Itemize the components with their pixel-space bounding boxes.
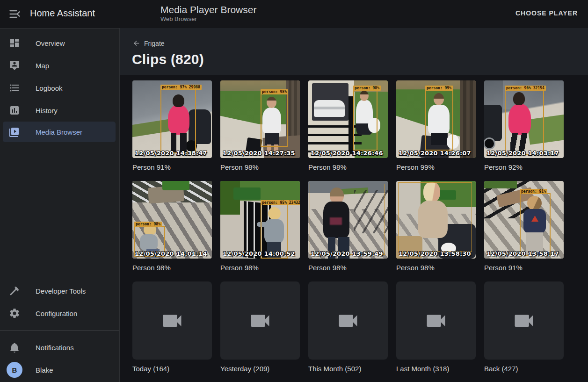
arrow-left-icon bbox=[132, 39, 140, 47]
map-account-icon bbox=[9, 60, 20, 71]
sidebar-item-profile[interactable]: B Blake bbox=[0, 359, 119, 381]
clip-card[interactable]: person: 98% 12/05/2020 14:01:14 Person 9… bbox=[132, 181, 212, 272]
clip-thumbnail: person: 95% 23432 12/05/2020 14:00:52 bbox=[220, 181, 300, 259]
folder-card-today[interactable]: Today (164) bbox=[132, 281, 212, 373]
clip-card[interactable]: 12/05/2020 13:59:49 Person 98% bbox=[308, 181, 388, 272]
choose-player-button[interactable]: CHOOSE PLAYER bbox=[515, 9, 578, 17]
sidebar-item-developer-tools[interactable]: Developer Tools bbox=[0, 280, 119, 302]
detection-bbox bbox=[398, 182, 472, 252]
sidebar-item-map[interactable]: Map bbox=[0, 54, 119, 77]
sidebar-item-label: Configuration bbox=[36, 310, 77, 317]
clip-card[interactable]: person: 99% 12/05/2020 14:26:07 Person 9… bbox=[396, 80, 476, 171]
clip-timestamp-overlay: 12/05/2020 14:26:07 bbox=[399, 150, 471, 157]
detection-label: person: 98% bbox=[261, 89, 288, 94]
video-camera-icon bbox=[248, 309, 272, 333]
clip-caption: Person 98% bbox=[308, 264, 388, 272]
play-box-multiple-icon bbox=[9, 126, 20, 137]
folder-label: Last Month (318) bbox=[396, 365, 476, 373]
clip-thumbnail: person: 96% 32154 12/05/2020 14:03:17 bbox=[484, 80, 564, 158]
list-bulleted-icon bbox=[9, 82, 20, 94]
folder-label: This Month (502) bbox=[308, 365, 388, 373]
clip-card[interactable]: person: 96% 32154 12/05/2020 14:03:17 Pe… bbox=[484, 80, 564, 171]
sidebar: Overview Map Logbook History Media Brows… bbox=[0, 28, 120, 382]
folder-label: Today (164) bbox=[132, 365, 212, 373]
clip-card[interactable]: person: 95% 23432 12/05/2020 14:00:52 Pe… bbox=[220, 181, 300, 272]
dashboard-icon bbox=[9, 37, 20, 49]
hammer-icon bbox=[9, 285, 20, 296]
folder-tile bbox=[132, 281, 212, 360]
detection-label: person: 98% bbox=[134, 222, 162, 227]
folder-label: Back (427) bbox=[484, 365, 564, 373]
clip-timestamp-overlay: 12/05/2020 14:27:35 bbox=[223, 150, 295, 157]
clip-card[interactable]: person: 98% 12/05/2020 14:27:35 Person 9… bbox=[220, 80, 300, 171]
user-name: Blake bbox=[36, 366, 53, 374]
folder-label: Yesterday (209) bbox=[220, 365, 300, 373]
sidebar-item-label: Map bbox=[36, 62, 49, 70]
clip-timestamp-overlay: 12/05/2020 13:59:49 bbox=[311, 250, 383, 257]
detection-bbox: person: 97% 29988 bbox=[160, 89, 196, 153]
sidebar-item-label: Logbook bbox=[36, 84, 63, 92]
sidebar-item-history[interactable]: History bbox=[0, 99, 119, 122]
sidebar-item-overview[interactable]: Overview bbox=[0, 32, 119, 54]
media-grid: person: 97% 29988 12/05/2020 14:38:47 Pe… bbox=[120, 75, 588, 382]
clip-caption: Person 98% bbox=[220, 163, 300, 171]
video-camera-icon bbox=[424, 309, 448, 333]
sidebar-item-media-browser[interactable]: Media Browser bbox=[3, 122, 116, 142]
clip-timestamp-overlay: 12/05/2020 13:58:17 bbox=[486, 250, 559, 257]
sidebar-item-label: Notifications bbox=[36, 344, 74, 352]
clip-caption: Person 91% bbox=[132, 163, 212, 171]
sidebar-item-label: Media Browser bbox=[36, 128, 82, 136]
video-camera-icon bbox=[336, 309, 360, 333]
sidebar-item-logbook[interactable]: Logbook bbox=[0, 77, 119, 99]
clip-caption: Person 92% bbox=[484, 163, 564, 171]
clip-thumbnail: person: 97% 29988 12/05/2020 14:38:47 bbox=[132, 80, 212, 158]
clip-thumbnail: person: 99% 12/05/2020 14:26:07 bbox=[396, 80, 476, 158]
clip-card[interactable]: 12/05/2020 13:58:30 Person 98% bbox=[396, 181, 476, 272]
clip-thumbnail: person: 98% 12/05/2020 14:01:14 bbox=[132, 181, 212, 259]
breadcrumb-label: Frigate bbox=[144, 40, 165, 47]
clip-card[interactable]: person: 91% 12/05/2020 13:58:17 Person 9… bbox=[484, 181, 564, 272]
folder-tile bbox=[308, 281, 388, 360]
clip-timestamp-overlay: 12/05/2020 14:26:46 bbox=[311, 150, 383, 157]
folder-card-yesterday[interactable]: Yesterday (209) bbox=[220, 281, 300, 373]
clip-caption: Person 91% bbox=[484, 264, 564, 272]
sidebar-item-notifications[interactable]: Notifications bbox=[0, 336, 119, 359]
clip-timestamp-overlay: 12/05/2020 14:00:52 bbox=[223, 250, 295, 257]
clip-caption: Person 98% bbox=[132, 264, 212, 272]
sidebar-item-label: History bbox=[36, 107, 58, 115]
chart-box-icon bbox=[9, 105, 20, 116]
gear-icon bbox=[9, 308, 20, 319]
folder-card-back[interactable]: Back (427) bbox=[484, 281, 564, 373]
folder-card-this-month[interactable]: This Month (502) bbox=[308, 281, 388, 373]
breadcrumb-back[interactable]: Frigate bbox=[132, 39, 165, 47]
detection-bbox: person: 96% 32154 bbox=[505, 90, 544, 155]
video-camera-icon bbox=[160, 309, 184, 333]
clip-card[interactable]: person: 97% 29988 12/05/2020 14:38:47 Pe… bbox=[132, 80, 212, 171]
clip-thumbnail: person: 91% 12/05/2020 13:58:17 bbox=[484, 181, 564, 259]
clip-timestamp-overlay: 12/05/2020 14:38:47 bbox=[135, 150, 207, 157]
menu-open-icon[interactable] bbox=[8, 7, 22, 21]
detection-bbox: person: 91% bbox=[520, 193, 551, 256]
clip-timestamp-overlay: 12/05/2020 13:58:30 bbox=[399, 250, 471, 257]
sidebar-item-label: Overview bbox=[36, 39, 65, 47]
clip-thumbnail: person: 98% 12/05/2020 14:26:46 bbox=[308, 80, 388, 158]
detection-label: person: 96% 32154 bbox=[505, 86, 546, 91]
folder-tile bbox=[220, 281, 300, 360]
sidebar-item-configuration[interactable]: Configuration bbox=[0, 302, 119, 324]
detection-label: person: 97% 29988 bbox=[160, 85, 202, 90]
app-bar: Home Assistant Media Player Browser Web … bbox=[0, 0, 588, 28]
avatar: B bbox=[7, 362, 22, 378]
detection-label: person: 95% 23432 bbox=[261, 200, 300, 205]
clip-card[interactable]: person: 98% 12/05/2020 14:26:46 Person 9… bbox=[308, 80, 388, 171]
detection-label: person: 91% bbox=[520, 189, 547, 194]
detection-label: person: 98% bbox=[353, 86, 381, 91]
video-camera-icon bbox=[512, 309, 536, 333]
page-subtitle: Web Browser bbox=[160, 15, 197, 22]
folder-tile bbox=[396, 281, 476, 360]
detection-label: person: 99% bbox=[425, 86, 453, 91]
detection-bbox: person: 98% bbox=[261, 94, 288, 147]
clip-thumbnail: 12/05/2020 13:58:30 bbox=[396, 181, 476, 259]
folder-card-last-month[interactable]: Last Month (318) bbox=[396, 281, 476, 373]
clip-caption: Person 98% bbox=[396, 264, 476, 272]
clip-timestamp-overlay: 12/05/2020 14:01:14 bbox=[135, 250, 207, 257]
